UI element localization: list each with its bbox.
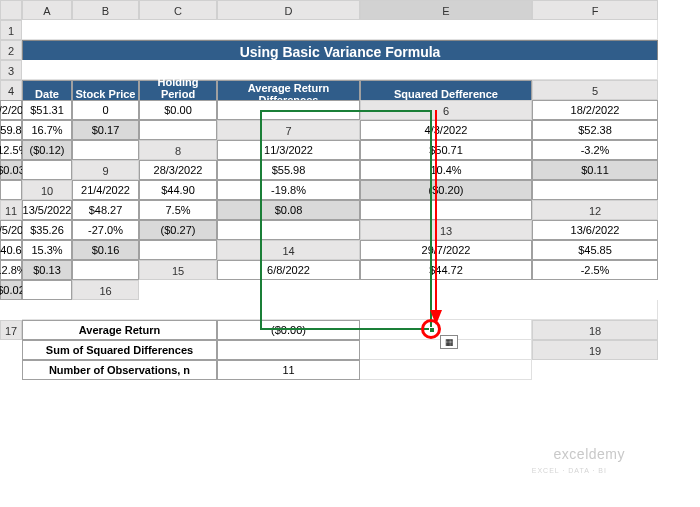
row-3[interactable]: 3 [0, 60, 22, 80]
col-C[interactable]: C [139, 0, 217, 20]
cell-D10[interactable]: -19.8% [217, 180, 360, 200]
row-17[interactable]: 17 [0, 320, 22, 340]
cell-C8[interactable]: $50.71 [360, 140, 532, 160]
avg-return-label: Average Return [22, 320, 217, 340]
cell-E6[interactable]: $0.17 [72, 120, 139, 140]
cell-F12[interactable] [217, 220, 360, 240]
cell-C15[interactable]: $44.72 [360, 260, 532, 280]
col-F[interactable]: F [532, 0, 658, 20]
cell-E12[interactable]: ($0.27) [139, 220, 217, 240]
cell-F13[interactable] [139, 240, 217, 260]
cell-D11[interactable]: 7.5% [139, 200, 217, 220]
row-7[interactable]: 7 [217, 120, 360, 140]
cell-F7[interactable] [72, 140, 139, 160]
cell-C11[interactable]: $48.27 [72, 200, 139, 220]
cell-C6[interactable]: $59.87 [0, 120, 22, 140]
cell-E13[interactable]: $0.16 [72, 240, 139, 260]
col-B[interactable]: B [72, 0, 139, 20]
cell-E11[interactable]: $0.08 [217, 200, 360, 220]
ssd-label: Sum of Squared Differences [22, 340, 217, 360]
cell-B9[interactable]: 28/3/2022 [139, 160, 217, 180]
cell-F11[interactable] [360, 200, 532, 220]
cell-E10[interactable]: ($0.20) [360, 180, 532, 200]
cell-D15[interactable]: -2.5% [532, 260, 658, 280]
col-E[interactable]: E [360, 0, 532, 20]
cell-D12[interactable]: -27.0% [72, 220, 139, 240]
title-cell: Using Basic Variance Formula [22, 40, 658, 62]
cell-D7[interactable]: -12.5% [0, 140, 22, 160]
cell-F14[interactable] [72, 260, 139, 280]
cell-B14[interactable]: 29/7/2022 [360, 240, 532, 260]
cell-D5[interactable]: 0 [72, 100, 139, 120]
cell-B13[interactable]: 13/6/2022 [532, 220, 658, 240]
row-8[interactable]: 8 [139, 140, 217, 160]
cell-C12[interactable]: $35.26 [22, 220, 72, 240]
n-label: Number of Observations, n [22, 360, 217, 380]
row-11[interactable]: 11 [0, 200, 22, 220]
cell-B11[interactable]: 13/5/2022 [22, 200, 72, 220]
cell-D14[interactable]: 12.8% [0, 260, 22, 280]
fill-handle[interactable] [429, 327, 435, 333]
watermark: exceldemy [554, 446, 625, 462]
row-16[interactable]: 16 [72, 280, 139, 300]
cell-C14[interactable]: $45.85 [532, 240, 658, 260]
row-13[interactable]: 13 [360, 220, 532, 240]
cell-B6[interactable]: 18/2/2022 [532, 100, 658, 120]
cell-E14[interactable]: $0.13 [22, 260, 72, 280]
cell-E15[interactable]: ($0.02) [0, 280, 22, 300]
cell-D9[interactable]: 10.4% [360, 160, 532, 180]
cell-C5[interactable]: $51.31 [22, 100, 72, 120]
cell-B12[interactable]: 27/5/2022 [0, 220, 22, 240]
cell-E7[interactable]: ($0.12) [22, 140, 72, 160]
cell-B7[interactable]: 4/3/2022 [360, 120, 532, 140]
cell-C10[interactable]: $44.90 [139, 180, 217, 200]
col-D[interactable]: D [217, 0, 360, 20]
row-19[interactable]: 19 [532, 340, 658, 360]
cell-C13[interactable]: $40.66 [0, 240, 22, 260]
row-9[interactable]: 9 [72, 160, 139, 180]
row-14[interactable]: 14 [217, 240, 360, 260]
cell-D13[interactable]: 15.3% [22, 240, 72, 260]
avg-return-val[interactable]: ($0.00) [217, 320, 360, 340]
cell-F9[interactable] [0, 180, 22, 200]
row-12[interactable]: 12 [532, 200, 658, 220]
cell-F6[interactable] [139, 120, 217, 140]
n-val[interactable]: 11 [217, 360, 360, 380]
cell-F8[interactable] [22, 160, 72, 180]
cell-B5[interactable]: 11/2/2022 [0, 100, 22, 120]
row-5[interactable]: 5 [532, 80, 658, 100]
cell-B15[interactable]: 6/8/2022 [217, 260, 360, 280]
cell-E5[interactable]: $0.00 [139, 100, 217, 120]
row-10[interactable]: 10 [22, 180, 72, 200]
cell-F10[interactable] [532, 180, 658, 200]
autofill-options-button[interactable]: ▦ [440, 335, 458, 349]
cell-D6[interactable]: 16.7% [22, 120, 72, 140]
cell-F15[interactable] [22, 280, 72, 300]
corner-cell[interactable] [0, 0, 22, 20]
cell-E9[interactable]: $0.11 [532, 160, 658, 180]
watermark-sub: EXCEL · DATA · BI [532, 467, 607, 474]
cell-F5[interactable] [217, 100, 360, 120]
cell-D8[interactable]: -3.2% [532, 140, 658, 160]
row-15[interactable]: 15 [139, 260, 217, 280]
ssd-val[interactable] [217, 340, 360, 360]
row-18[interactable]: 18 [532, 320, 658, 340]
col-A[interactable]: A [22, 0, 72, 20]
cell-C9[interactable]: $55.98 [217, 160, 360, 180]
row-2[interactable]: 2 [0, 40, 22, 60]
cell-B10[interactable]: 21/4/2022 [72, 180, 139, 200]
row-6[interactable]: 6 [360, 100, 532, 120]
cell-C7[interactable]: $52.38 [532, 120, 658, 140]
row-1[interactable]: 1 [0, 20, 22, 40]
cell-B8[interactable]: 11/3/2022 [217, 140, 360, 160]
spreadsheet-grid[interactable]: A B C D E F 1 2 Using Basic Variance For… [0, 0, 700, 380]
cell-E8[interactable]: ($0.03) [0, 160, 22, 180]
